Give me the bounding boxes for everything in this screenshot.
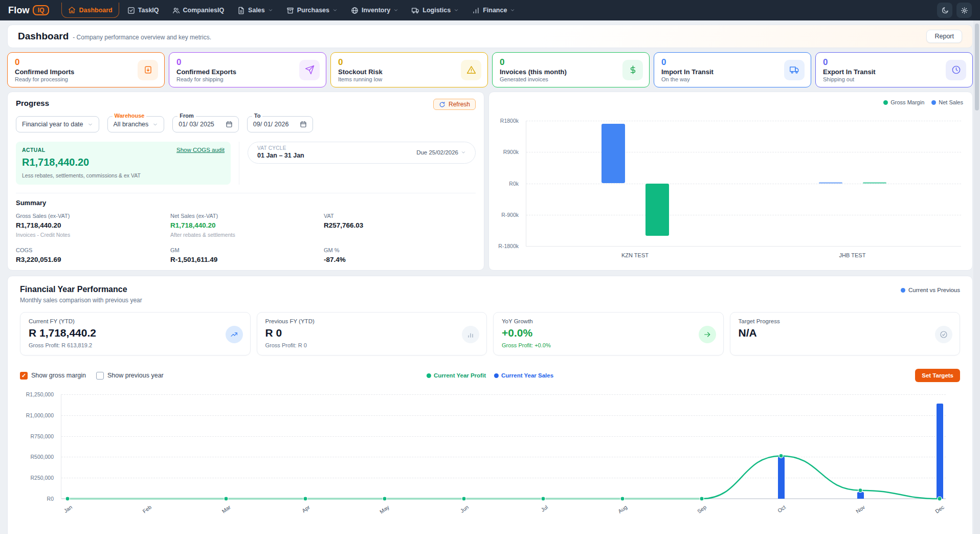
clock-icon (946, 60, 966, 80)
fy-card-value: +0.0% (502, 327, 715, 339)
fy-card-label: YoY Growth (502, 318, 715, 324)
current-vs-previous-badge: Current vs Previous (901, 285, 960, 293)
monthly-chart-plot[interactable]: JanFebMarAprMayJunJulAugSepOctNovDec (61, 394, 946, 499)
chevron-down-icon (332, 8, 338, 13)
nav-label: Dashboard (79, 7, 112, 14)
date-from-label: From (177, 113, 196, 119)
legend-current-year-profit: Current Year Profit (427, 372, 486, 379)
date-to-input[interactable]: To 09/ 01/ 2026 (247, 116, 314, 132)
summary-cell-gross-sales: Gross Sales (ex-VAT) R1,718,440.20 Invoi… (16, 213, 170, 238)
nav-label: Purchases (297, 7, 329, 14)
nav-label: Finance (483, 7, 507, 14)
arrow-right-icon (699, 326, 716, 343)
stat-subtitle: Generated invoices (500, 76, 642, 82)
chevron-down-icon (87, 122, 93, 127)
show-gross-margin-checkbox[interactable]: ✓ Show gross margin (20, 372, 86, 380)
set-targets-button[interactable]: Set Targets (915, 369, 960, 382)
fy-performance-section: Financial Year Performance Monthly sales… (7, 276, 973, 534)
vat-cycle-period: 01 Jan – 31 Jan (257, 152, 304, 159)
fy-title: Financial Year Performance (20, 285, 142, 294)
warehouse-select[interactable]: Warehouse All branches (107, 116, 165, 132)
page-scrollbar[interactable] (973, 20, 980, 534)
vat-cycle-select[interactable]: VAT CYCLE 01 Jan – 31 Jan Due 25/02/2026 (248, 142, 476, 164)
summary-cell-gm: GM R-1,501,611.49 (170, 247, 324, 263)
calendar-icon (226, 121, 233, 128)
trending-up-icon (226, 326, 243, 343)
vat-due-date: Due 25/02/2026 (416, 149, 466, 155)
branch-chart-plot[interactable]: KZN TESTJHB TEST (526, 121, 961, 247)
stat-title: Confirmed Exports (176, 68, 319, 76)
fy-card-value: R 1,718,440.2 (29, 327, 242, 339)
stat-value: 0 (661, 57, 804, 68)
nav-item-purchases[interactable]: Purchases (281, 3, 343, 18)
refresh-button[interactable]: Refresh (433, 99, 476, 110)
fy-card-yoy-growth[interactable]: YoY Growth +0.0% Gross Profit: +0.0% (493, 312, 724, 355)
nav-label: Logistics (422, 7, 451, 14)
stat-title: Invoices (this month) (500, 68, 642, 76)
nav-item-logistics[interactable]: Logistics (407, 3, 464, 18)
fy-subtitle: Monthly sales comparison with previous y… (20, 297, 142, 304)
nav-item-companiesiq[interactable]: CompaniesIQ (167, 3, 230, 18)
nav-item-finance[interactable]: Finance (467, 3, 520, 18)
date-from-input[interactable]: From 01/ 03/ 2025 (172, 116, 239, 132)
scrollbar-thumb[interactable] (975, 24, 979, 110)
stat-card-confirmed-imports[interactable]: 0 Confirmed Imports Ready for processing (7, 52, 165, 87)
users-icon (172, 7, 180, 14)
fy-stat-cards: Current FY (YTD) R 1,718,440.2 Gross Pro… (20, 312, 960, 355)
stat-title: Stockout Risk (338, 68, 480, 76)
brand-logo[interactable]: Flow IQ (8, 5, 49, 16)
actual-value: R1,718,440.20 (22, 157, 225, 168)
fy-card-value: R 0 (265, 327, 479, 339)
nav-label: TaskIQ (138, 7, 159, 14)
nav-items: Dashboard TaskIQ CompaniesIQ Sales Purch… (61, 3, 932, 18)
stat-title: Import In Transit (661, 68, 804, 76)
branch-chart-card: Gross Margin Net Sales R1800kR900kR0kR-9… (488, 92, 973, 271)
bar-chart-icon (462, 326, 479, 343)
page-subtitle: - Company performance overview and key m… (73, 32, 211, 41)
check-square-icon (127, 7, 135, 14)
summary-grid: Gross Sales (ex-VAT) R1,718,440.20 Invoi… (16, 213, 476, 263)
fy-card-previous[interactable]: Previous FY (YTD) R 0 Gross Profit: R 0 (257, 312, 487, 355)
stat-card-invoices[interactable]: 0 Invoices (this month) Generated invoic… (492, 52, 650, 87)
green-dot-icon (427, 373, 431, 378)
date-to-label: To (252, 113, 263, 119)
stat-subtitle: Shipping out (823, 76, 965, 82)
home-icon (68, 6, 76, 14)
branch-chart: R1800kR900kR0kR-900kR-1800k KZN TESTJHB … (496, 114, 964, 264)
checkbox-unchecked-icon (96, 372, 104, 380)
period-select[interactable]: Financial year to date (16, 116, 99, 132)
blue-dot-icon (931, 100, 936, 105)
date-from-value: 01/ 03/ 2025 (179, 121, 214, 128)
show-cogs-audit-link[interactable]: Show COGS audit (176, 147, 225, 153)
refresh-icon (439, 101, 446, 108)
fy-card-current[interactable]: Current FY (YTD) R 1,718,440.2 Gross Pro… (20, 312, 251, 355)
send-icon (299, 60, 320, 80)
stat-card-export-in-transit[interactable]: 0 Export In Transit Shipping out (815, 52, 973, 87)
stat-title: Confirmed Imports (15, 68, 157, 76)
package-import-icon (138, 60, 158, 80)
stat-value: 0 (176, 57, 319, 68)
chart-controls-row: ✓ Show gross margin Show previous year C… (20, 369, 960, 382)
report-button[interactable]: Report (926, 30, 962, 43)
divider (16, 193, 476, 193)
monthly-chart-y-axis: R1,250,000R1,000,000R750,000R500,000R250… (20, 394, 57, 499)
truck-icon (412, 7, 419, 14)
dollar-icon (622, 60, 643, 80)
summary-cell-gm-percent: GM % -87.4% (324, 247, 476, 263)
settings-button[interactable] (956, 3, 972, 18)
stat-card-confirmed-exports[interactable]: 0 Confirmed Exports Ready for shipping (169, 52, 326, 87)
nav-item-taskiq[interactable]: TaskIQ (122, 3, 164, 18)
dark-mode-toggle[interactable] (937, 3, 952, 18)
divider (239, 142, 239, 185)
green-dot-icon (883, 100, 888, 105)
show-previous-year-checkbox[interactable]: Show previous year (96, 372, 164, 380)
nav-item-inventory[interactable]: Inventory (346, 3, 404, 18)
nav-item-dashboard[interactable]: Dashboard (61, 3, 119, 18)
stat-card-stockout-risk[interactable]: 0 Stockout Risk Items running low (330, 52, 488, 87)
monthly-chart-legend: Current Year Profit Current Year Sales (427, 372, 553, 379)
stat-card-import-in-transit[interactable]: 0 Import In Transit On the way (654, 52, 811, 87)
legend-current-year-sales: Current Year Sales (494, 372, 553, 379)
nav-item-sales[interactable]: Sales (232, 3, 278, 18)
fy-card-target-progress[interactable]: Target Progress N/A (730, 312, 961, 355)
checkbox-label: Show previous year (107, 372, 164, 379)
